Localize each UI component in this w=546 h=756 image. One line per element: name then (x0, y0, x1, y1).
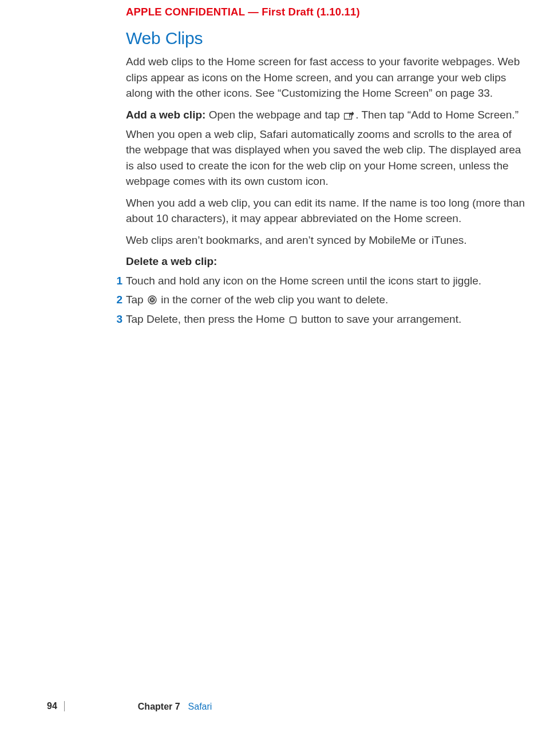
add-webclip-text-before: Open the webpage and tap (205, 109, 343, 121)
step-text-after: button to save your arrangement. (298, 313, 461, 325)
delete-x-icon (148, 295, 157, 304)
step-text: Touch and hold any icon on the Home scre… (126, 275, 481, 287)
paragraph-4: Web clips aren’t bookmarks, and aren’t s… (126, 232, 527, 248)
step-text-before: Tap (126, 294, 147, 306)
chapter-label: Chapter 7 (138, 700, 180, 713)
page-footer: 94 Chapter 7 Safari (47, 700, 212, 713)
delete-steps-list: 1 Touch and hold any icon on the Home sc… (126, 273, 527, 327)
svg-rect-3 (290, 316, 296, 323)
confidential-banner: APPLE CONFIDENTIAL — First Draft (1.10.1… (126, 5, 527, 20)
list-item: 2 Tap in the corner of the web clip you … (126, 292, 527, 308)
add-webclip-text-after: . Then tap “Add to Home Screen.” (355, 109, 519, 121)
page-content: APPLE CONFIDENTIAL — First Draft (1.10.1… (126, 5, 527, 331)
section-title: Web Clips (126, 26, 527, 51)
chapter-name: Safari (188, 700, 212, 713)
paragraph-2: When you open a web clip, Safari automat… (126, 126, 527, 189)
step-number: 2 (112, 292, 122, 308)
home-button-icon (289, 316, 297, 324)
delete-heading: Delete a web clip: (126, 254, 527, 270)
page-number: 94 (47, 701, 65, 711)
paragraph-3: When you add a web clip, you can edit it… (126, 195, 527, 227)
list-item: 3 Tap Delete, then press the Home button… (126, 311, 527, 327)
share-icon (344, 112, 354, 120)
step-text-before: Tap Delete, then press the Home (126, 313, 288, 325)
step-number: 1 (112, 273, 122, 289)
add-webclip-label: Add a web clip: (126, 109, 205, 121)
add-webclip-paragraph: Add a web clip: Open the webpage and tap… (126, 107, 527, 123)
step-text-after: in the corner of the web clip you want t… (158, 294, 388, 306)
intro-paragraph: Add web clips to the Home screen for fas… (126, 54, 527, 101)
list-item: 1 Touch and hold any icon on the Home sc… (126, 273, 527, 289)
step-number: 3 (112, 311, 122, 327)
